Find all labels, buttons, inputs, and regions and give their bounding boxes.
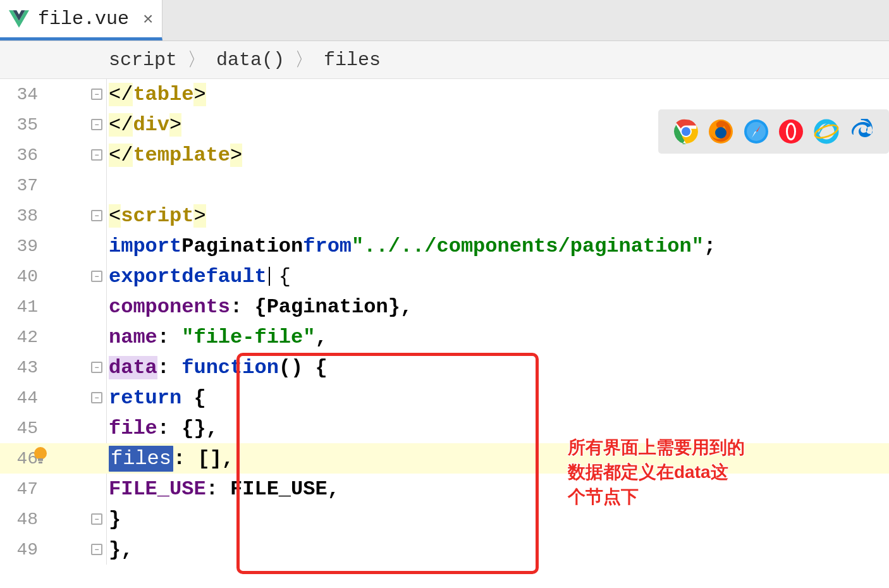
gutter-row: 34: [0, 79, 90, 109]
selected-text: files: [109, 446, 173, 472]
code-line: file: {},: [90, 413, 889, 443]
breadcrumb: script 〉 data() 〉 files: [0, 41, 889, 79]
gutter-row: 49: [0, 534, 90, 565]
code-line: <script>: [90, 200, 889, 231]
close-icon[interactable]: ×: [143, 10, 153, 28]
code-line: name: "file-file",: [90, 322, 889, 352]
breadcrumb-item[interactable]: data(): [216, 49, 285, 71]
line-number: 40: [0, 267, 38, 286]
breadcrumb-item[interactable]: script: [109, 49, 177, 71]
tab-bar: file.vue ×: [0, 0, 889, 41]
code-line: </template>: [90, 140, 889, 170]
line-number: 34: [0, 85, 38, 104]
file-tab[interactable]: file.vue ×: [0, 0, 162, 40]
line-number: 47: [0, 479, 38, 499]
gutter-row: 40: [0, 261, 90, 291]
gutter-row: 48: [0, 504, 90, 534]
gutter-row: 47: [0, 474, 90, 504]
gutter-row: 37: [0, 170, 90, 200]
chevron-icon: 〉: [295, 47, 314, 73]
line-number: 36: [0, 145, 38, 165]
code-line: </table>: [90, 79, 889, 109]
code-line: FILE_USE: FILE_USE,: [90, 474, 889, 504]
line-number: 49: [0, 540, 38, 560]
line-number: 35: [0, 115, 38, 135]
line-number: 45: [0, 419, 38, 438]
code-area[interactable]: </table> </div> </template> <script> imp…: [90, 79, 889, 565]
code-line: data: function() {: [90, 352, 889, 383]
gutter-row: 43: [0, 352, 90, 383]
code-line: }: [90, 504, 889, 534]
line-number: 43: [0, 358, 38, 377]
code-line: export default {: [90, 261, 889, 291]
lightbulb-icon[interactable]: [28, 446, 53, 475]
gutter-row: 39: [0, 231, 90, 261]
line-number: 38: [0, 206, 38, 226]
svg-point-12: [34, 447, 47, 460]
gutter-row: 41: [0, 291, 90, 322]
code-line: return {: [90, 383, 889, 413]
code-line: files: [],: [90, 443, 889, 474]
code-line: import Pagination from "../../components…: [90, 231, 889, 261]
code-line: components: {Pagination},: [90, 291, 889, 322]
tab-filename: file.vue: [38, 8, 129, 30]
annotation-text: 所有界面上需要用到的 数据都定义在data这 个节点下: [568, 435, 745, 510]
code-line: </div>: [90, 109, 889, 140]
code-line: },: [90, 534, 889, 565]
line-number: 42: [0, 328, 38, 347]
gutter-row: 42: [0, 322, 90, 352]
line-number: 41: [0, 297, 38, 317]
chevron-icon: 〉: [187, 47, 206, 73]
breadcrumb-item[interactable]: files: [324, 49, 381, 71]
editor-area[interactable]: 34353637383940414243444546474849 </tab: [0, 79, 889, 565]
gutter-row: 38: [0, 200, 90, 231]
svg-rect-13: [38, 458, 43, 461]
svg-rect-14: [39, 462, 42, 463]
code-line: [90, 170, 889, 200]
line-number: 37: [0, 176, 38, 195]
gutter-row: 45: [0, 413, 90, 443]
line-number: 39: [0, 236, 38, 256]
gutter-row: 44: [0, 383, 90, 413]
line-number: 44: [0, 388, 38, 408]
vue-logo-icon: [9, 9, 29, 29]
gutter-row: 36: [0, 140, 90, 170]
gutter: 34353637383940414243444546474849: [0, 79, 90, 565]
line-number: 48: [0, 510, 38, 529]
gutter-row: 35: [0, 109, 90, 140]
